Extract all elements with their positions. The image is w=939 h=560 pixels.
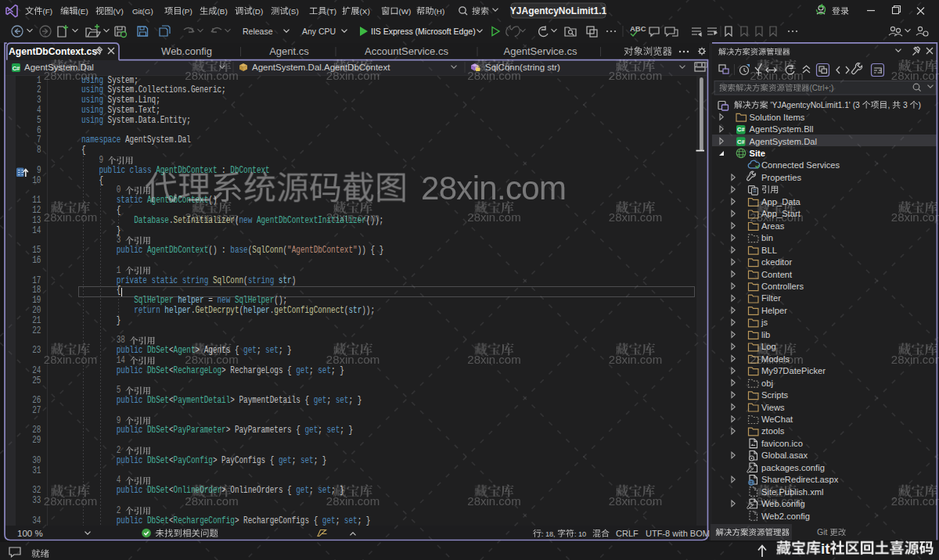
- svg-text:Git: Git: [817, 527, 829, 537]
- svg-text:AccountService.cs: AccountService.cs: [365, 45, 448, 57]
- svg-text:3: 3: [901, 101, 909, 109]
- svg-text:Helper: Helper: [761, 306, 787, 315]
- svg-text:Git(G): Git(G): [132, 7, 153, 16]
- svg-text:Web2.config: Web2.config: [761, 512, 810, 521]
- svg-text:ABC: ABC: [630, 24, 646, 33]
- svg-text:(Ctrl+;): (Ctrl+;): [810, 84, 834, 92]
- svg-text:(E): (E): [78, 7, 88, 16]
- svg-text:Controllers: Controllers: [761, 282, 804, 291]
- svg-text:): ): [918, 101, 920, 109]
- svg-text:WeChat: WeChat: [761, 415, 793, 424]
- svg-text:bin: bin: [761, 233, 773, 242]
- svg-text:(F): (F): [43, 7, 53, 16]
- svg-text:packages.config: packages.config: [761, 463, 825, 472]
- svg-text:ShareRedirect.aspx: ShareRedirect.aspx: [761, 475, 839, 484]
- svg-text:YJAgentcyNoLimit1.1: YJAgentcyNoLimit1.1: [510, 5, 607, 16]
- svg-text:: 10: : 10: [574, 530, 586, 538]
- svg-text:28xin.com: 28xin.com: [421, 170, 567, 206]
- svg-text:AgentSystem.Dal: AgentSystem.Dal: [750, 137, 817, 146]
- svg-text:js: js: [761, 318, 768, 327]
- svg-text:UTF-8 with BOM: UTF-8 with BOM: [646, 529, 710, 538]
- svg-text:ckeditor: ckeditor: [761, 257, 792, 267]
- svg-text:favicon.ico: favicon.ico: [761, 439, 803, 448]
- svg-text:ztools: ztools: [761, 426, 785, 436]
- svg-text:My97DatePicker: My97DatePicker: [761, 366, 826, 375]
- svg-text:Solution Items: Solution Items: [750, 113, 805, 122]
- svg-text:(X): (X): [360, 7, 370, 16]
- svg-text:(P): (P): [182, 7, 192, 16]
- svg-text:it: it: [821, 540, 830, 557]
- svg-text:obj: obj: [761, 379, 773, 388]
- svg-text:(W): (W): [399, 7, 412, 16]
- svg-text:Site: Site: [750, 149, 766, 158]
- svg-text:(S): (S): [289, 7, 299, 16]
- svg-text:C#: C#: [13, 65, 20, 72]
- svg-text:Web.config: Web.config: [161, 45, 212, 57]
- svg-text:(B): (B): [218, 7, 228, 16]
- svg-text:Properties: Properties: [761, 173, 801, 182]
- svg-text:C#: C#: [737, 126, 745, 133]
- svg-text:Global.asax: Global.asax: [761, 451, 808, 460]
- svg-text:(V): (V): [113, 7, 124, 16]
- svg-text:Agent.cs: Agent.cs: [269, 45, 309, 57]
- svg-text:100 %: 100 %: [17, 529, 43, 538]
- svg-text:: 18,: : 18,: [541, 530, 557, 538]
- svg-text:,: ,: [887, 101, 892, 109]
- svg-text:Connected Services: Connected Services: [761, 160, 840, 170]
- svg-text:AgentService.cs: AgentService.cs: [504, 45, 577, 57]
- svg-text:Filter: Filter: [761, 293, 781, 303]
- svg-text:AgentSystem.Bll: AgentSystem.Bll: [750, 124, 814, 134]
- svg-text:AgentDbContext.cs: AgentDbContext.cs: [9, 46, 97, 57]
- svg-text:lib: lib: [761, 330, 770, 339]
- svg-text:BLL: BLL: [761, 246, 777, 255]
- svg-text:Release: Release: [243, 27, 273, 36]
- svg-text:Any CPU: Any CPU: [302, 27, 336, 36]
